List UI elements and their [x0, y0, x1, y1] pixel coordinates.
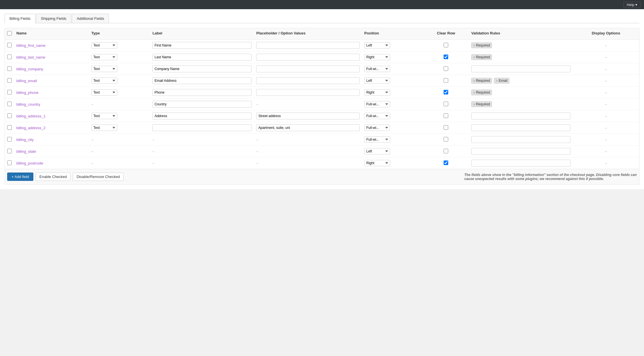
position-select[interactable]: LeftRightFull-wi... — [364, 136, 390, 143]
clear-row-checkbox[interactable] — [444, 78, 448, 83]
remove-validation-icon[interactable]: × — [473, 102, 475, 106]
row-checkbox[interactable] — [7, 43, 12, 47]
label-input[interactable] — [152, 113, 252, 119]
remove-validation-icon[interactable]: × — [473, 44, 475, 47]
tab-shipping[interactable]: Shipping Fields — [36, 14, 71, 23]
placeholder-input[interactable] — [256, 54, 360, 61]
validation-tag-label: Email — [499, 79, 507, 83]
row-checkbox[interactable] — [7, 102, 12, 106]
label-input[interactable] — [152, 89, 252, 96]
position-select[interactable]: LeftRightFull-wi... — [364, 89, 390, 96]
field-name-link[interactable]: billing_state — [16, 149, 36, 154]
field-name-link[interactable]: billing_email — [16, 79, 37, 83]
table-row: billing_last_nameTextSelectHiddenLeftRig… — [5, 51, 639, 63]
validation-input[interactable] — [471, 65, 570, 72]
validation-input[interactable] — [471, 148, 570, 155]
validation-input[interactable] — [471, 160, 570, 167]
type-select[interactable]: TextSelectHidden — [91, 125, 117, 131]
remove-validation-icon[interactable]: × — [473, 79, 475, 82]
type-select[interactable]: TextSelectHidden — [91, 113, 117, 119]
placeholder-input[interactable] — [256, 124, 360, 131]
type-dash: – — [91, 138, 93, 142]
placeholder-input[interactable] — [256, 65, 360, 72]
validation-tag: ×Required — [471, 54, 492, 60]
row-checkbox[interactable] — [7, 90, 12, 94]
position-select[interactable]: LeftRightFull-wi... — [364, 42, 390, 49]
clear-row-checkbox[interactable] — [444, 102, 448, 106]
position-select[interactable]: LeftRightFull-wi... — [364, 148, 390, 154]
clear-row-checkbox[interactable] — [444, 55, 448, 59]
help-button[interactable]: Help ▾ — [624, 2, 641, 8]
field-name-link[interactable]: billing_phone — [16, 90, 39, 95]
row-checkbox[interactable] — [7, 149, 12, 153]
table-row: billing_address_1TextSelectHiddenLeftRig… — [5, 110, 639, 122]
disable-remove-button[interactable]: Disable/Remove Checked — [73, 173, 123, 181]
header-validation: Validation Rules — [469, 28, 573, 40]
position-select[interactable]: LeftRightFull-wi... — [364, 125, 390, 131]
placeholder-input[interactable] — [256, 113, 360, 119]
validation-tag-label: Required — [476, 55, 490, 59]
position-select[interactable]: LeftRightFull-wi... — [364, 66, 390, 72]
table-row: billing_emailTextSelectHiddenLeftRightFu… — [5, 75, 639, 87]
remove-validation-icon[interactable]: × — [496, 79, 498, 82]
label-input[interactable] — [152, 42, 252, 49]
validation-input[interactable] — [471, 136, 570, 143]
select-all-checkbox[interactable] — [7, 31, 12, 36]
clear-row-checkbox[interactable] — [444, 90, 448, 94]
validation-tag: ×Required — [471, 90, 492, 95]
validation-input[interactable] — [471, 113, 570, 119]
field-name-link[interactable]: billing_company — [16, 67, 43, 71]
row-checkbox[interactable] — [7, 125, 12, 130]
clear-row-checkbox[interactable] — [444, 66, 448, 71]
row-checkbox[interactable] — [7, 55, 12, 59]
position-select[interactable]: LeftRightFull-wi... — [364, 54, 390, 60]
field-name-link[interactable]: billing_last_name — [16, 55, 45, 59]
clear-row-checkbox[interactable] — [444, 149, 448, 153]
type-select[interactable]: TextSelectHidden — [91, 66, 117, 72]
validation-input[interactable] — [471, 124, 570, 131]
type-select[interactable]: TextSelectHidden — [91, 89, 117, 96]
position-select[interactable]: LeftRightFull-wi... — [364, 160, 390, 166]
label-input[interactable] — [152, 124, 252, 131]
position-select[interactable]: LeftRightFull-wi... — [364, 101, 390, 107]
enable-checked-button[interactable]: Enable Checked — [36, 173, 70, 181]
label-input[interactable] — [152, 101, 252, 108]
remove-validation-icon[interactable]: × — [473, 55, 475, 59]
row-checkbox[interactable] — [7, 113, 12, 118]
field-name-link[interactable]: billing_address_1 — [16, 114, 45, 118]
type-dash: – — [91, 161, 93, 165]
type-select[interactable]: TextSelectHidden — [91, 54, 117, 60]
field-name-link[interactable]: billing_address_2 — [16, 126, 45, 130]
placeholder-input[interactable] — [256, 42, 360, 49]
label-input[interactable] — [152, 77, 252, 84]
clear-row-checkbox[interactable] — [444, 160, 448, 165]
clear-row-checkbox[interactable] — [444, 125, 448, 130]
type-select[interactable]: TextSelectHidden — [91, 78, 117, 84]
field-name-link[interactable]: billing_city — [16, 138, 34, 142]
display-dash: – — [605, 138, 607, 142]
label-input[interactable] — [152, 54, 252, 61]
clear-row-checkbox[interactable] — [444, 113, 448, 118]
label-input[interactable] — [152, 65, 252, 72]
add-field-button[interactable]: + Add field — [7, 173, 33, 181]
position-select[interactable]: LeftRightFull-wi... — [364, 113, 390, 119]
placeholder-input[interactable] — [256, 89, 360, 96]
display-dash: – — [605, 102, 607, 107]
remove-validation-icon[interactable]: × — [473, 91, 475, 94]
row-checkbox[interactable] — [7, 78, 12, 83]
clear-row-checkbox[interactable] — [444, 137, 448, 142]
type-select[interactable]: TextSelectHidden — [91, 42, 117, 49]
table-row: billing_country––LeftRightFull-wi...×Req… — [5, 98, 639, 110]
tab-additional[interactable]: Additional Fields — [72, 14, 109, 23]
row-checkbox[interactable] — [7, 137, 12, 142]
table-row: billing_address_2TextSelectHiddenLeftRig… — [5, 122, 639, 134]
field-name-link[interactable]: billing_first_name — [16, 43, 45, 48]
field-name-link[interactable]: billing_country — [16, 102, 40, 107]
field-name-link[interactable]: billing_postcode — [16, 161, 43, 165]
tab-billing[interactable]: Billing Fields — [5, 14, 35, 23]
placeholder-input[interactable] — [256, 77, 360, 84]
clear-row-checkbox[interactable] — [444, 43, 448, 47]
position-select[interactable]: LeftRightFull-wi... — [364, 78, 390, 84]
row-checkbox[interactable] — [7, 160, 12, 165]
row-checkbox[interactable] — [7, 66, 12, 71]
